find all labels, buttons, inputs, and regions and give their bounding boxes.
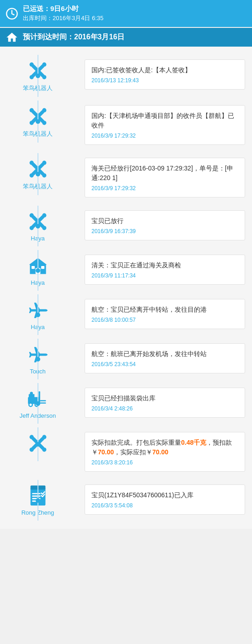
svg-point-43 bbox=[42, 435, 46, 439]
svg-point-17 bbox=[29, 173, 33, 177]
header-departure-text: 出库时间：2016年3月4日 6:35 bbox=[23, 14, 245, 22]
timeline-left: 笨鸟机器人 bbox=[0, 153, 75, 195]
event-time: 2016/3/9 16:37:39 bbox=[91, 228, 238, 234]
timeline-left: Touch bbox=[0, 339, 75, 379]
timeline-left: Haya bbox=[0, 294, 75, 335]
svg-point-42 bbox=[29, 435, 33, 439]
event-text: 宝贝(1Z1Y84F50347600611)已入库 bbox=[91, 490, 238, 500]
svg-point-4 bbox=[42, 63, 46, 67]
home-icon bbox=[5, 31, 18, 44]
svg-point-15 bbox=[29, 161, 33, 165]
svg-point-24 bbox=[42, 226, 46, 230]
svg-point-6 bbox=[42, 75, 46, 79]
svg-rect-48 bbox=[32, 493, 40, 495]
event-text: 国内:【天津机场申通项目部】的收件员【群航】已收件 bbox=[91, 111, 238, 130]
timeline-dot bbox=[36, 357, 40, 362]
svg-point-16 bbox=[42, 161, 46, 165]
clock-icon bbox=[5, 7, 18, 20]
timeline-event-card: 清关：宝贝正在通过海关及商检 2016/3/9 11:17:34 bbox=[85, 255, 245, 285]
timeline-left: Jeff Anderson bbox=[0, 383, 75, 424]
timeline-item: Haya 宝贝已放行 2016/3/9 16:37:39 bbox=[0, 206, 252, 246]
timeline-left: 笨鸟机器人 bbox=[0, 101, 75, 143]
header-arrival: 预计到达时间：2016年3月16日 bbox=[0, 28, 252, 47]
event-text: 宝贝已经扫描装袋出库 bbox=[91, 394, 238, 403]
svg-point-18 bbox=[42, 173, 46, 177]
timeline-event-card: 航空：航班已离开始发机场，发往中转站 2016/3/5 23:43:54 bbox=[85, 343, 245, 373]
timeline-dot bbox=[36, 119, 40, 124]
svg-rect-33 bbox=[40, 403, 46, 404]
timeline-event-card: 宝贝已放行 2016/3/9 16:37:39 bbox=[85, 210, 245, 240]
timeline-item: Haya 清关：宝贝正在通过海关及商检 2016/3/9 11:17:34 bbox=[0, 250, 252, 291]
timeline-event-card: 国内:【天津机场申通项目部】的收件员【群航】已收件 2016/3/9 17:29… bbox=[85, 105, 245, 145]
timeline-left: 笨鸟机器人 bbox=[0, 55, 75, 97]
svg-rect-28 bbox=[31, 266, 34, 269]
arrival-text: 预计到达时间：2016年3月16日 bbox=[23, 32, 245, 42]
svg-point-3 bbox=[29, 63, 33, 67]
event-time: 2016/3/4 2:48:26 bbox=[91, 405, 238, 412]
timeline-dot bbox=[36, 74, 40, 78]
timeline-event-card: 实际扣款完成。打包后实际重量0.48千克，预扣款￥70.00，实际应扣￥70.0… bbox=[85, 432, 245, 472]
svg-point-35 bbox=[30, 404, 32, 406]
timeline-dot bbox=[36, 224, 40, 229]
timeline-left: Haya bbox=[0, 250, 75, 291]
timeline-container: 笨鸟机器人 国内:已签收签收人是:【本人签收】 2016/3/13 12:19:… bbox=[0, 47, 252, 529]
svg-point-39 bbox=[30, 392, 33, 395]
svg-rect-49 bbox=[32, 495, 40, 497]
event-text: 宝贝已放行 bbox=[91, 216, 238, 226]
timeline-event-card: 国内:已签收签收人是:【本人签收】 2016/3/13 12:19:43 bbox=[85, 59, 245, 90]
timeline-item: 笨鸟机器人 国内:【天津机场申通项目部】的收件员【群航】已收件 2016/3/9… bbox=[0, 101, 252, 149]
timeline-item: 笨鸟机器人 海关已经放行[2016-03-09 17:29:32]，单号是：[申… bbox=[0, 153, 252, 202]
timeline-dot bbox=[36, 498, 40, 503]
timeline-left: Haya bbox=[0, 206, 75, 246]
svg-point-45 bbox=[42, 447, 46, 452]
timeline-event-card: 宝贝已经扫描装袋出库 2016/3/4 2:48:26 bbox=[85, 388, 245, 418]
header-status-text: 已运送：9日6小时 bbox=[23, 5, 245, 13]
event-text: 航空：航班已离开始发机场，发往中转站 bbox=[91, 349, 238, 359]
timeline-dot bbox=[36, 313, 40, 317]
timeline-event-card: 宝贝(1Z1Y84F50347600611)已入库 2016/3/3 5:54:… bbox=[85, 484, 245, 515]
timeline-item: Haya 航空：宝贝已经离开中转站，发往目的港 2016/3/8 10:00:5… bbox=[0, 294, 252, 335]
timeline-item: Touch 航空：航班已离开始发机场，发往中转站 2016/3/5 23:43:… bbox=[0, 339, 252, 379]
event-time: 2016/3/3 8:20:16 bbox=[91, 459, 238, 466]
timeline-item: Rong Zheng 宝贝(1Z1Y84F50347600611)已入库 201… bbox=[0, 480, 252, 521]
svg-point-44 bbox=[29, 447, 33, 452]
event-text: 海关已经放行[2016-03-09 17:29:32]，单号是：[申通:220 … bbox=[91, 164, 238, 183]
timeline-item: Jeff Anderson 宝贝已经扫描装袋出库 2016/3/4 2:48:2… bbox=[0, 383, 252, 424]
svg-point-10 bbox=[42, 108, 46, 112]
svg-point-23 bbox=[29, 226, 33, 230]
timeline-item: 实际扣款完成。打包后实际重量0.48千克，预扣款￥70.00，实际应扣￥70.0… bbox=[0, 427, 252, 476]
event-text: 国内:已签收签收人是:【本人签收】 bbox=[91, 65, 238, 75]
event-time: 2016/3/3 5:54:08 bbox=[91, 502, 238, 509]
timeline-event-card: 航空：宝贝已经离开中转站，发往目的港 2016/3/8 10:00:57 bbox=[85, 299, 245, 329]
svg-rect-32 bbox=[40, 400, 46, 402]
event-time: 2016/3/5 23:43:54 bbox=[91, 361, 238, 367]
timeline-dot bbox=[36, 442, 40, 447]
timeline-event-card: 海关已经放行[2016-03-09 17:29:32]，单号是：[申通:220 … bbox=[85, 158, 245, 197]
timeline-left bbox=[0, 427, 75, 461]
header-status: 已运送：9日6小时 出库时间：2016年3月4日 6:35 bbox=[0, 0, 252, 27]
event-text: 清关：宝贝正在通过海关及商检 bbox=[91, 261, 238, 270]
timeline-item: 笨鸟机器人 国内:已签收签收人是:【本人签收】 2016/3/13 12:19:… bbox=[0, 55, 252, 97]
svg-rect-29 bbox=[41, 266, 44, 269]
event-time: 2016/3/9 11:17:34 bbox=[91, 272, 238, 279]
timeline-dot bbox=[36, 401, 40, 406]
timeline-dot bbox=[36, 268, 40, 273]
event-time: 2016/3/9 17:29:32 bbox=[91, 133, 238, 139]
event-time: 2016/3/8 10:00:57 bbox=[91, 317, 238, 323]
event-text: 实际扣款完成。打包后实际重量0.48千克，预扣款￥70.00，实际应扣￥70.0… bbox=[91, 438, 238, 457]
event-time: 2016/3/9 17:29:32 bbox=[91, 185, 238, 192]
svg-point-9 bbox=[29, 108, 33, 112]
svg-point-12 bbox=[42, 121, 46, 125]
timeline-dot bbox=[36, 172, 40, 176]
event-text: 航空：宝贝已经离开中转站，发往目的港 bbox=[91, 305, 238, 314]
timeline-left: Rong Zheng bbox=[0, 480, 75, 521]
event-time: 2016/3/13 12:19:43 bbox=[91, 77, 238, 84]
svg-point-11 bbox=[29, 121, 33, 125]
svg-point-5 bbox=[29, 75, 33, 79]
svg-point-21 bbox=[29, 213, 33, 218]
svg-point-22 bbox=[42, 213, 46, 218]
